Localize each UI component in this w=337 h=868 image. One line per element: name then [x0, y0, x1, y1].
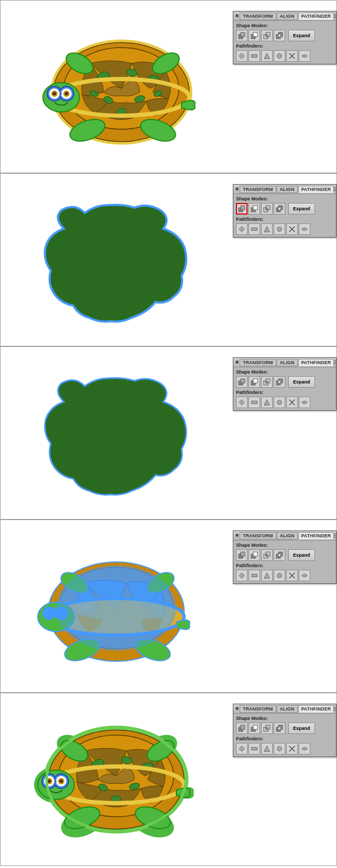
panel-body-5: Shape Modes: Expand Pathfinders:: [233, 714, 336, 757]
mode-btn-intersect-4[interactable]: [261, 549, 273, 561]
pf-btn-2-3[interactable]: [261, 223, 273, 235]
pf-btn-3-2[interactable]: [249, 397, 260, 408]
pf-btn-2-1[interactable]: [236, 223, 248, 235]
tab-align-1[interactable]: ALIGN: [277, 13, 298, 20]
pf-btn-4-3[interactable]: [261, 570, 273, 581]
panel-menu-icon-3[interactable]: [334, 359, 337, 366]
tab-align-5[interactable]: ALIGN: [277, 705, 298, 713]
tab-align-3[interactable]: ALIGN: [277, 359, 298, 366]
tab-pathfinder-1[interactable]: PATHFINDER: [298, 13, 334, 20]
pf-btn-4-2[interactable]: [249, 570, 260, 581]
mode-btn-intersect-5[interactable]: [261, 723, 273, 734]
tab-transform-5[interactable]: TRANSFORM: [240, 705, 276, 713]
mode-btn-minus-3[interactable]: [249, 376, 260, 388]
expand-btn-2[interactable]: Expand: [288, 203, 315, 215]
mode-btn-exclude-3[interactable]: [274, 376, 285, 388]
pf-btn-1-4[interactable]: [274, 50, 285, 62]
canvas-area-1: [1, 1, 232, 173]
pf-btn-3-5[interactable]: [286, 397, 298, 408]
pf-btn-3-4[interactable]: [274, 397, 285, 408]
pathfinders-label-1: Pathfinders:: [236, 43, 333, 49]
shape-modes-label-1: Shape Modes:: [236, 23, 333, 28]
mode-btn-exclude-1[interactable]: [274, 30, 285, 41]
panel-titlebar-3: TRANSFORM ALIGN PATHFINDER: [233, 358, 336, 367]
panel-tabs-3[interactable]: TRANSFORM ALIGN PATHFINDER: [240, 359, 334, 366]
pathfinders-row-1: [236, 50, 333, 62]
tab-pathfinder-2[interactable]: PATHFINDER: [298, 186, 334, 193]
svg-rect-32: [266, 35, 268, 37]
pf-btn-2-6[interactable]: [299, 223, 310, 235]
pf-btn-4-6[interactable]: [299, 570, 310, 581]
panel-section-1: TRANSFORM ALIGN PATHFINDER Shape Modes:: [0, 0, 337, 173]
tab-transform-1[interactable]: TRANSFORM: [240, 13, 276, 20]
svg-point-67: [43, 607, 55, 619]
mode-btn-unite-2[interactable]: [236, 203, 248, 215]
pf-btn-4-4[interactable]: [274, 570, 285, 581]
mode-btn-unite-3[interactable]: [236, 376, 248, 388]
pf-btn-1-6[interactable]: [299, 50, 310, 62]
mode-btn-unite-5[interactable]: [236, 723, 248, 734]
pf-btn-5-1[interactable]: [236, 743, 248, 754]
panel-tabs-5[interactable]: TRANSFORM ALIGN PATHFINDER: [240, 705, 334, 713]
mode-btn-exclude-4[interactable]: [274, 549, 285, 561]
panel-tabs-1[interactable]: TRANSFORM ALIGN PATHFINDER: [240, 13, 334, 20]
svg-rect-84: [252, 574, 257, 577]
tab-transform-3[interactable]: TRANSFORM: [240, 359, 276, 366]
svg-rect-75: [241, 552, 245, 556]
svg-point-128: [277, 747, 282, 751]
panel-menu-icon-1[interactable]: [334, 13, 337, 19]
mode-btn-minus-5[interactable]: [249, 723, 260, 734]
mode-btn-exclude-2[interactable]: [274, 203, 285, 215]
mode-btn-intersect-3[interactable]: [261, 376, 273, 388]
pf-btn-3-1[interactable]: [236, 397, 248, 408]
tab-pathfinder-5[interactable]: PATHFINDER: [298, 705, 334, 713]
pathfinders-row-3: [236, 397, 333, 408]
tab-transform-4[interactable]: TRANSFORM: [240, 532, 276, 539]
pathfinders-label-4: Pathfinders:: [236, 563, 333, 568]
pathfinder-panel-2: TRANSFORM ALIGN PATHFINDER Shape Modes:: [233, 184, 336, 238]
pf-btn-3-3[interactable]: [261, 397, 273, 408]
pf-btn-5-4[interactable]: [274, 743, 285, 754]
menu-line-3: [334, 17, 337, 18]
mode-btn-intersect-2[interactable]: [261, 203, 273, 215]
panel-menu-icon-5[interactable]: [334, 706, 337, 712]
pf-btn-1-5[interactable]: [286, 50, 298, 62]
mode-btn-unite-4[interactable]: [236, 549, 248, 561]
tab-pathfinder-3[interactable]: PATHFINDER: [298, 359, 334, 366]
pf-btn-1-3[interactable]: [261, 50, 273, 62]
tab-align-4[interactable]: ALIGN: [277, 532, 298, 539]
mode-btn-intersect-1[interactable]: [261, 30, 273, 41]
panel-menu-icon-2[interactable]: [334, 186, 337, 193]
mode-btn-exclude-5[interactable]: [274, 723, 285, 734]
svg-point-19: [53, 92, 56, 95]
mode-btn-minus-4[interactable]: [249, 549, 260, 561]
mode-btn-minus-2[interactable]: [249, 203, 260, 215]
pf-btn-2-4[interactable]: [274, 223, 285, 235]
expand-btn-4[interactable]: Expand: [288, 549, 315, 561]
mode-btn-minus-1[interactable]: [249, 30, 260, 41]
pf-btn-5-5[interactable]: [286, 743, 298, 754]
panel-menu-icon-4[interactable]: [334, 533, 337, 539]
pf-btn-2-2[interactable]: [249, 223, 260, 235]
pf-btn-5-2[interactable]: [249, 743, 260, 754]
pf-btn-3-6[interactable]: [299, 397, 310, 408]
mode-btn-unite-1[interactable]: [236, 30, 248, 41]
pf-btn-2-5[interactable]: [286, 223, 298, 235]
tab-align-2[interactable]: ALIGN: [277, 186, 298, 193]
expand-btn-3[interactable]: Expand: [288, 376, 315, 388]
panel-dots-4: [235, 534, 240, 537]
pf-btn-5-6[interactable]: [299, 743, 310, 754]
panel-tabs-4[interactable]: TRANSFORM ALIGN PATHFINDER: [240, 532, 334, 539]
panel-tabs-2[interactable]: TRANSFORM ALIGN PATHFINDER: [240, 186, 334, 193]
pf-btn-4-1[interactable]: [236, 570, 248, 581]
expand-btn-1[interactable]: Expand: [288, 30, 315, 41]
pf-btn-1-2[interactable]: [249, 50, 260, 62]
tab-transform-2[interactable]: TRANSFORM: [240, 186, 276, 193]
pf-btn-5-3[interactable]: [261, 743, 273, 754]
expand-btn-5[interactable]: Expand: [288, 723, 315, 734]
menu-line-11: [334, 535, 337, 536]
pf-btn-4-5[interactable]: [286, 570, 298, 581]
svg-rect-48: [252, 228, 257, 230]
tab-pathfinder-4[interactable]: PATHFINDER: [298, 532, 334, 539]
pf-btn-1-1[interactable]: [236, 50, 248, 62]
